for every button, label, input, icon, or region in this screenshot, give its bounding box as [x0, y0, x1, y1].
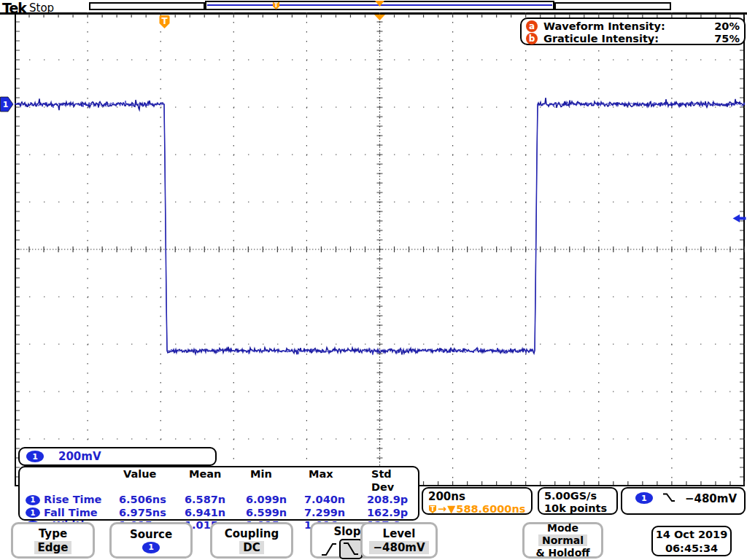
menu-trigger-level-button[interactable]: Level −480mV: [360, 522, 438, 559]
graticule-intensity-value: 75%: [714, 33, 740, 44]
trigger-delay-readout: T → ▼ 588.6000ns: [428, 503, 531, 515]
table-row: 1 Fall Time: [26, 507, 119, 520]
svg-text:T: T: [430, 505, 436, 513]
menu-trigger-mode-button[interactable]: Mode Normal & Holdoff: [522, 522, 603, 559]
trigger-position-t-flag-icon[interactable]: T: [158, 15, 171, 30]
trigger-level-arrow-icon[interactable]: [732, 214, 746, 223]
measurement-table[interactable]: Value Mean Min Max Std Dev 1 Rise Time 6…: [18, 466, 419, 521]
falling-slope-option-icon: [342, 540, 360, 558]
sample-rate: 5.00GS/s: [544, 490, 616, 502]
channel1-readout[interactable]: 1 200mV: [18, 447, 217, 466]
trigger-coupling-value: DC: [239, 541, 263, 554]
trigger-source-value-badge: 1: [142, 542, 160, 553]
trigger-source-badge: 1: [635, 492, 653, 504]
record-expansion-triangle-icon: [375, 1, 384, 7]
intensity-popup: a Waveform Intensity: 20% b Graticule In…: [520, 18, 746, 45]
record-view-right-segment: [554, 2, 671, 10]
delay-value: 588.6000ns: [456, 503, 525, 515]
timebase-readout[interactable]: 200ns T → ▼ 588.6000ns: [422, 487, 533, 515]
channel1-badge: 1: [26, 451, 44, 462]
svg-text:1: 1: [3, 100, 9, 109]
menu-trigger-source-button[interactable]: Source 1: [109, 522, 193, 559]
record-trigger-t-icon[interactable]: T: [272, 1, 280, 10]
col-header-mean: Mean: [185, 468, 246, 494]
delay-t-icon: T: [428, 505, 437, 514]
col-header-max: Max: [304, 468, 367, 494]
delay-arrow-icon: →: [438, 503, 446, 515]
svg-text:T: T: [274, 2, 279, 9]
record-length: 10k points: [544, 502, 616, 515]
trigger-mode-value2: & Holdoff: [535, 547, 589, 559]
graticule: [15, 12, 745, 486]
time-value: 06:45:34: [653, 542, 730, 556]
menu-trigger-type-button[interactable]: Type Edge: [11, 522, 95, 559]
col-header-min: Min: [246, 468, 304, 494]
date-value: 14 Oct 2019: [653, 528, 730, 542]
waveform-intensity-value: 20%: [714, 20, 740, 32]
trigger-level-value: −480mV: [685, 492, 737, 505]
graticule-intensity-label: Graticule Intensity:: [543, 33, 659, 44]
col-header-value: Value: [119, 468, 185, 494]
rising-slope-option-icon[interactable]: [320, 540, 338, 558]
expansion-point-triangle-icon: [374, 15, 385, 20]
svg-text:T: T: [161, 16, 168, 26]
falling-slope-icon: [662, 492, 676, 503]
channel1-position-marker[interactable]: 1: [0, 96, 14, 112]
trigger-level-readout[interactable]: 1 −480mV: [621, 487, 746, 515]
waveform-intensity-label: Waveform Intensity:: [543, 20, 665, 32]
record-view-left-segment: [89, 2, 205, 10]
datetime-display: 14 Oct 2019 06:45:34: [651, 526, 732, 556]
trigger-mode-value: Normal: [538, 534, 587, 546]
knob-b-icon: b: [526, 33, 538, 44]
col-header-stddev: Std Dev: [367, 468, 418, 494]
knob-a-icon: a: [526, 20, 538, 32]
channel1-scale: 200mV: [58, 450, 101, 463]
acquisition-readout[interactable]: 5.00GS/s 10k points: [538, 487, 618, 515]
falling-slope-option-selected[interactable]: [339, 539, 363, 559]
table-row: 1 Rise Time: [26, 494, 119, 507]
timebase-value: 200ns: [428, 490, 531, 503]
trigger-level-menu-value: −480mV: [369, 541, 428, 554]
menu-trigger-coupling-button[interactable]: Coupling DC: [210, 522, 293, 559]
trigger-type-value: Edge: [34, 541, 72, 554]
delay-marker-icon: ▼: [447, 503, 455, 515]
